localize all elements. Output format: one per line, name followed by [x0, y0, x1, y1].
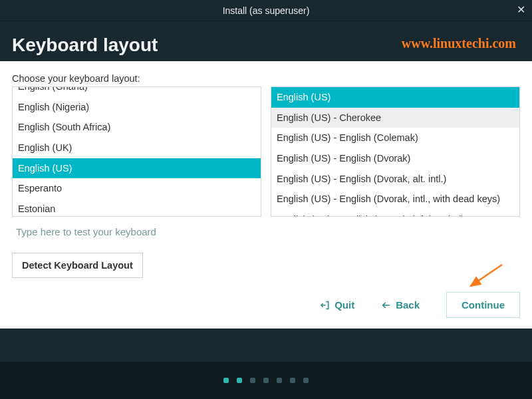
- list-item[interactable]: English (US): [271, 87, 519, 108]
- list-item[interactable]: English (US) - English (Dvorak, alt. int…: [271, 169, 519, 190]
- progress-dots: [0, 362, 532, 399]
- quit-label: Quit: [334, 299, 354, 311]
- nav-row: Quit Back Continue: [0, 292, 532, 318]
- progress-dot: [277, 378, 282, 383]
- list-item[interactable]: English (Nigeria): [13, 97, 261, 118]
- window-title: Install (as superuser): [223, 5, 310, 16]
- list-item[interactable]: English (US) - English (Dvorak): [271, 148, 519, 169]
- list-item[interactable]: English (US) - English (Dvorak, intl., w…: [271, 189, 519, 209]
- close-icon[interactable]: ✕: [515, 4, 527, 16]
- quit-button[interactable]: Quit: [320, 299, 354, 311]
- progress-dot: [237, 378, 242, 383]
- list-item[interactable]: English (US) - English (Colemak): [271, 128, 519, 148]
- list-item[interactable]: English (South Africa): [13, 117, 261, 138]
- back-label: Back: [396, 299, 420, 311]
- svg-line-0: [471, 265, 502, 286]
- keyboard-variant-list[interactable]: English (US)English (US) - CherokeeEngli…: [271, 86, 520, 217]
- prompt-label: Choose your keyboard layout:: [12, 73, 520, 84]
- titlebar: Install (as superuser) ✕: [0, 0, 532, 21]
- progress-dot: [223, 378, 229, 383]
- list-item[interactable]: English (Ghana): [13, 86, 261, 97]
- list-item[interactable]: Esperanto: [13, 178, 261, 199]
- list-item[interactable]: English (US) - Cherokee: [271, 108, 519, 128]
- keyboard-test-input[interactable]: [12, 217, 520, 243]
- watermark-text: www.linuxtechi.com: [402, 36, 516, 51]
- continue-button[interactable]: Continue: [446, 292, 520, 318]
- arrow-left-icon: [381, 300, 392, 311]
- progress-dot: [263, 378, 269, 383]
- list-item[interactable]: English (US) - English (Dvorak, left-han…: [271, 209, 519, 217]
- list-item[interactable]: Estonian: [13, 199, 261, 217]
- detect-keyboard-layout-button[interactable]: Detect Keyboard Layout: [12, 253, 143, 278]
- content-panel: Choose your keyboard layout: English (Gh…: [0, 61, 532, 329]
- progress-dot: [250, 378, 255, 383]
- annotation-arrow-icon: [466, 263, 505, 290]
- quit-icon: [320, 300, 331, 311]
- header: Keyboard layout www.linuxtechi.com: [0, 21, 532, 61]
- progress-dot: [303, 378, 309, 383]
- list-item[interactable]: English (US): [13, 158, 261, 179]
- back-button[interactable]: Back: [381, 299, 420, 311]
- progress-dot: [290, 378, 295, 383]
- keyboard-layout-list[interactable]: English (Ghana)English (Nigeria)English …: [12, 86, 261, 217]
- list-item[interactable]: English (UK): [13, 138, 261, 158]
- layout-lists: English (Ghana)English (Nigeria)English …: [12, 86, 520, 217]
